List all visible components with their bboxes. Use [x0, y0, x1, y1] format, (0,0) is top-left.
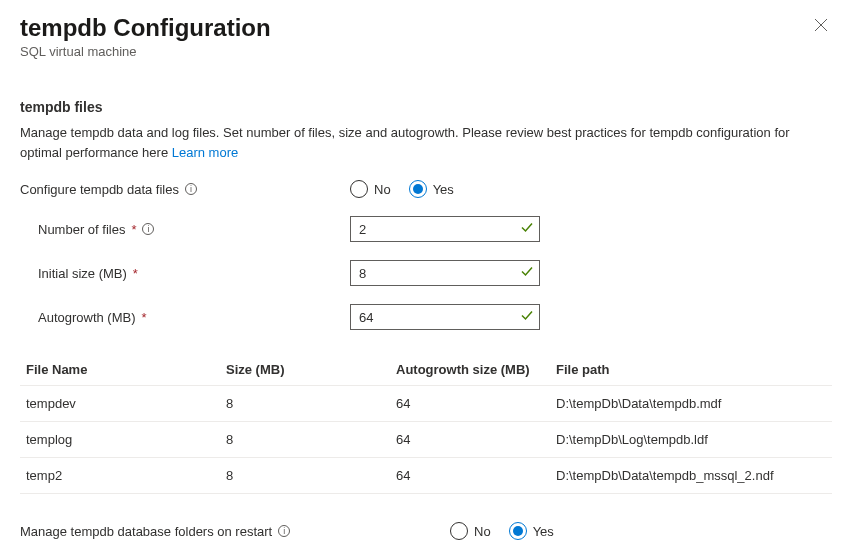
info-icon[interactable]: i — [278, 525, 290, 537]
folders-no-label: No — [474, 524, 491, 539]
configure-no-label: No — [374, 182, 391, 197]
table-row: temp2 8 64 D:\tempDb\Data\tempdb_mssql_2… — [20, 458, 832, 494]
table-row: tempdev 8 64 D:\tempDb\Data\tempdb.mdf — [20, 386, 832, 422]
section-desc-text: Manage tempdb data and log files. Set nu… — [20, 125, 790, 160]
configure-radio-group: No Yes — [350, 180, 454, 198]
folders-yes-label: Yes — [533, 524, 554, 539]
checkmark-icon — [520, 265, 534, 282]
cell-size: 8 — [220, 458, 390, 494]
configure-no-option[interactable]: No — [350, 180, 391, 198]
radio-checked-icon — [509, 522, 527, 540]
initial-size-input[interactable] — [350, 260, 540, 286]
initial-size-label: Initial size (MB) * — [20, 266, 350, 281]
autogrowth-input[interactable] — [350, 304, 540, 330]
radio-unchecked-icon — [450, 522, 468, 540]
col-file-path: File path — [550, 354, 832, 386]
close-button[interactable] — [810, 14, 832, 39]
cell-autogrowth: 64 — [390, 386, 550, 422]
folders-yes-option[interactable]: Yes — [509, 522, 554, 540]
checkmark-icon — [520, 221, 534, 238]
cell-path: D:\tempDb\Data\tempdb.mdf — [550, 386, 832, 422]
radio-checked-icon — [409, 180, 427, 198]
col-file-name: File Name — [20, 354, 220, 386]
manage-folders-text: Manage tempdb database folders on restar… — [20, 524, 272, 539]
autogrowth-text: Autogrowth (MB) — [38, 310, 136, 325]
configure-label-text: Configure tempdb data files — [20, 182, 179, 197]
section-description: Manage tempdb data and log files. Set nu… — [20, 123, 820, 162]
cell-path: D:\tempDb\Data\tempdb_mssql_2.ndf — [550, 458, 832, 494]
close-icon — [814, 20, 828, 35]
configure-yes-option[interactable]: Yes — [409, 180, 454, 198]
table-row: templog 8 64 D:\tempDb\Log\tempdb.ldf — [20, 422, 832, 458]
radio-unchecked-icon — [350, 180, 368, 198]
info-icon[interactable]: i — [185, 183, 197, 195]
files-table: File Name Size (MB) Autogrowth size (MB)… — [20, 354, 832, 494]
autogrowth-label: Autogrowth (MB) * — [20, 310, 350, 325]
col-size: Size (MB) — [220, 354, 390, 386]
cell-size: 8 — [220, 386, 390, 422]
page-title: tempdb Configuration — [20, 14, 271, 42]
manage-folders-label: Manage tempdb database folders on restar… — [20, 524, 450, 539]
init-size-text: Initial size (MB) — [38, 266, 127, 281]
cell-name: templog — [20, 422, 220, 458]
number-of-files-label: Number of files * i — [20, 222, 350, 237]
cell-size: 8 — [220, 422, 390, 458]
col-autogrowth: Autogrowth size (MB) — [390, 354, 550, 386]
info-icon[interactable]: i — [142, 223, 154, 235]
cell-autogrowth: 64 — [390, 422, 550, 458]
learn-more-link[interactable]: Learn more — [172, 145, 238, 160]
required-asterisk: * — [131, 222, 136, 237]
configure-data-files-label: Configure tempdb data files i — [20, 182, 350, 197]
folders-no-option[interactable]: No — [450, 522, 491, 540]
required-asterisk: * — [142, 310, 147, 325]
required-asterisk: * — [133, 266, 138, 281]
cell-name: tempdev — [20, 386, 220, 422]
configure-yes-label: Yes — [433, 182, 454, 197]
cell-path: D:\tempDb\Log\tempdb.ldf — [550, 422, 832, 458]
folders-radio-group: No Yes — [450, 522, 554, 540]
page-subtitle: SQL virtual machine — [20, 44, 271, 59]
section-title: tempdb files — [20, 99, 832, 115]
number-of-files-input[interactable] — [350, 216, 540, 242]
cell-autogrowth: 64 — [390, 458, 550, 494]
checkmark-icon — [520, 309, 534, 326]
cell-name: temp2 — [20, 458, 220, 494]
num-files-text: Number of files — [38, 222, 125, 237]
